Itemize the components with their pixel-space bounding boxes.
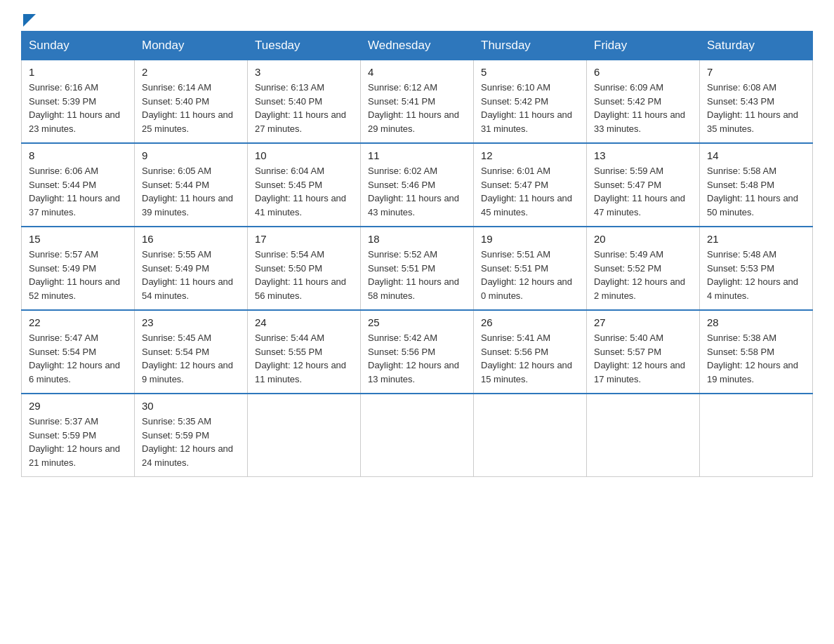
calendar-cell [474,394,587,477]
calendar-cell: 8 Sunrise: 6:06 AMSunset: 5:44 PMDayligh… [22,143,135,227]
calendar-header-row: SundayMondayTuesdayWednesdayThursdayFrid… [22,32,813,60]
day-number: 22 [29,316,127,328]
day-info: Sunrise: 6:06 AMSunset: 5:44 PMDaylight:… [29,164,127,219]
day-info: Sunrise: 6:13 AMSunset: 5:40 PMDaylight:… [255,81,353,135]
calendar-cell: 18 Sunrise: 5:52 AMSunset: 5:51 PMDaylig… [361,227,474,310]
calendar-cell: 15 Sunrise: 5:57 AMSunset: 5:49 PMDaylig… [22,227,135,310]
calendar-cell: 27 Sunrise: 5:40 AMSunset: 5:57 PMDaylig… [587,310,700,394]
calendar-cell: 11 Sunrise: 6:02 AMSunset: 5:46 PMDaylig… [361,143,474,227]
calendar-cell [587,394,700,477]
day-number: 28 [707,316,805,328]
day-number: 21 [707,233,805,245]
calendar-cell: 19 Sunrise: 5:51 AMSunset: 5:51 PMDaylig… [474,227,587,310]
calendar-cell: 9 Sunrise: 6:05 AMSunset: 5:44 PMDayligh… [135,143,248,227]
day-number: 8 [29,149,127,161]
day-info: Sunrise: 5:51 AMSunset: 5:51 PMDaylight:… [481,248,579,302]
calendar-cell: 2 Sunrise: 6:14 AMSunset: 5:40 PMDayligh… [135,60,248,144]
day-info: Sunrise: 6:09 AMSunset: 5:42 PMDaylight:… [594,81,692,135]
day-info: Sunrise: 5:55 AMSunset: 5:49 PMDaylight:… [142,248,240,302]
day-info: Sunrise: 5:38 AMSunset: 5:58 PMDaylight:… [707,331,805,386]
day-number: 27 [594,316,692,328]
day-number: 20 [594,233,692,245]
calendar-cell: 17 Sunrise: 5:54 AMSunset: 5:50 PMDaylig… [248,227,361,310]
day-info: Sunrise: 5:45 AMSunset: 5:54 PMDaylight:… [142,331,240,386]
day-info: Sunrise: 6:02 AMSunset: 5:46 PMDaylight:… [368,164,466,219]
calendar-cell: 4 Sunrise: 6:12 AMSunset: 5:41 PMDayligh… [361,60,474,144]
calendar-cell: 1 Sunrise: 6:16 AMSunset: 5:39 PMDayligh… [22,60,135,144]
calendar-cell: 21 Sunrise: 5:48 AMSunset: 5:53 PMDaylig… [700,227,813,310]
day-number: 16 [142,233,240,245]
day-info: Sunrise: 5:44 AMSunset: 5:55 PMDaylight:… [255,331,353,386]
calendar-table: SundayMondayTuesdayWednesdayThursdayFrid… [21,31,813,477]
calendar-cell [700,394,813,477]
day-info: Sunrise: 5:57 AMSunset: 5:49 PMDaylight:… [29,248,127,302]
day-info: Sunrise: 6:14 AMSunset: 5:40 PMDaylight:… [142,81,240,135]
day-number: 18 [368,233,466,245]
calendar-cell: 6 Sunrise: 6:09 AMSunset: 5:42 PMDayligh… [587,60,700,144]
col-header-saturday: Saturday [700,32,813,60]
calendar-cell: 3 Sunrise: 6:13 AMSunset: 5:40 PMDayligh… [248,60,361,144]
calendar-cell: 22 Sunrise: 5:47 AMSunset: 5:54 PMDaylig… [22,310,135,394]
day-info: Sunrise: 5:41 AMSunset: 5:56 PMDaylight:… [481,331,579,386]
day-info: Sunrise: 5:58 AMSunset: 5:48 PMDaylight:… [707,164,805,219]
day-info: Sunrise: 5:47 AMSunset: 5:54 PMDaylight:… [29,331,127,386]
day-number: 5 [481,66,579,78]
calendar-cell [361,394,474,477]
day-number: 14 [707,149,805,161]
day-number: 4 [368,66,466,78]
day-number: 6 [594,66,692,78]
day-number: 12 [481,149,579,161]
page-header [21,14,813,24]
calendar-cell: 14 Sunrise: 5:58 AMSunset: 5:48 PMDaylig… [700,143,813,227]
col-header-monday: Monday [135,32,248,60]
col-header-sunday: Sunday [22,32,135,60]
day-number: 19 [481,233,579,245]
calendar-cell: 7 Sunrise: 6:08 AMSunset: 5:43 PMDayligh… [700,60,813,144]
day-number: 26 [481,316,579,328]
calendar-cell: 16 Sunrise: 5:55 AMSunset: 5:49 PMDaylig… [135,227,248,310]
day-number: 29 [29,400,127,412]
col-header-friday: Friday [587,32,700,60]
calendar-cell: 25 Sunrise: 5:42 AMSunset: 5:56 PMDaylig… [361,310,474,394]
day-number: 17 [255,233,353,245]
day-info: Sunrise: 6:01 AMSunset: 5:47 PMDaylight:… [481,164,579,219]
day-info: Sunrise: 5:37 AMSunset: 5:59 PMDaylight:… [29,415,127,469]
calendar-cell: 5 Sunrise: 6:10 AMSunset: 5:42 PMDayligh… [474,60,587,144]
calendar-cell: 29 Sunrise: 5:37 AMSunset: 5:59 PMDaylig… [22,394,135,477]
calendar-week-row: 1 Sunrise: 6:16 AMSunset: 5:39 PMDayligh… [22,60,813,144]
calendar-cell: 20 Sunrise: 5:49 AMSunset: 5:52 PMDaylig… [587,227,700,310]
day-info: Sunrise: 5:48 AMSunset: 5:53 PMDaylight:… [707,248,805,302]
day-number: 13 [594,149,692,161]
calendar-cell: 13 Sunrise: 5:59 AMSunset: 5:47 PMDaylig… [587,143,700,227]
day-info: Sunrise: 6:16 AMSunset: 5:39 PMDaylight:… [29,81,127,135]
day-number: 9 [142,149,240,161]
day-number: 7 [707,66,805,78]
day-info: Sunrise: 5:54 AMSunset: 5:50 PMDaylight:… [255,248,353,302]
calendar-cell: 24 Sunrise: 5:44 AMSunset: 5:55 PMDaylig… [248,310,361,394]
calendar-cell: 28 Sunrise: 5:38 AMSunset: 5:58 PMDaylig… [700,310,813,394]
day-number: 3 [255,66,353,78]
day-info: Sunrise: 6:10 AMSunset: 5:42 PMDaylight:… [481,81,579,135]
day-number: 2 [142,66,240,78]
col-header-tuesday: Tuesday [248,32,361,60]
day-info: Sunrise: 5:52 AMSunset: 5:51 PMDaylight:… [368,248,466,302]
day-info: Sunrise: 5:40 AMSunset: 5:57 PMDaylight:… [594,331,692,386]
day-number: 24 [255,316,353,328]
calendar-week-row: 22 Sunrise: 5:47 AMSunset: 5:54 PMDaylig… [22,310,813,394]
day-number: 10 [255,149,353,161]
day-info: Sunrise: 5:49 AMSunset: 5:52 PMDaylight:… [594,248,692,302]
col-header-wednesday: Wednesday [361,32,474,60]
day-info: Sunrise: 5:42 AMSunset: 5:56 PMDaylight:… [368,331,466,386]
calendar-cell: 10 Sunrise: 6:04 AMSunset: 5:45 PMDaylig… [248,143,361,227]
day-info: Sunrise: 6:08 AMSunset: 5:43 PMDaylight:… [707,81,805,135]
calendar-week-row: 8 Sunrise: 6:06 AMSunset: 5:44 PMDayligh… [22,143,813,227]
calendar-week-row: 29 Sunrise: 5:37 AMSunset: 5:59 PMDaylig… [22,394,813,477]
calendar-cell: 30 Sunrise: 5:35 AMSunset: 5:59 PMDaylig… [135,394,248,477]
col-header-thursday: Thursday [474,32,587,60]
day-number: 11 [368,149,466,161]
calendar-cell [248,394,361,477]
calendar-cell: 12 Sunrise: 6:01 AMSunset: 5:47 PMDaylig… [474,143,587,227]
day-number: 1 [29,66,127,78]
calendar-week-row: 15 Sunrise: 5:57 AMSunset: 5:49 PMDaylig… [22,227,813,310]
day-number: 30 [142,400,240,412]
